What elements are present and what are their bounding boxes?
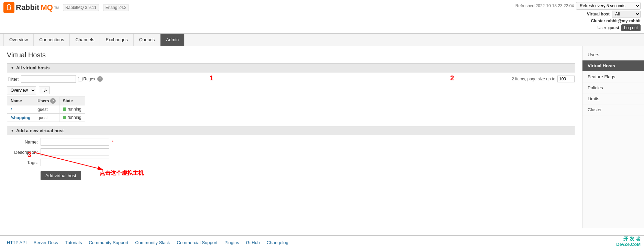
footer-http-api[interactable]: HTTP API [7,240,27,245]
filter-left: Filter: Regex ? [8,75,103,83]
filter-label: Filter: [8,77,19,82]
sidebar-item-feature-flags[interactable]: Feature Flags [582,71,644,82]
vhost-name-slash[interactable]: / [7,105,34,114]
footer-community-support[interactable]: Community Support [89,240,128,245]
add-vhost-section-header[interactable]: ▼ Add a new virtual host [7,126,575,135]
filter-input[interactable] [21,75,76,83]
logo-tm: TM [54,6,59,9]
footer-commercial-support[interactable]: Commercial Support [177,240,218,245]
footer-community-slack[interactable]: Community Slack [135,240,170,245]
content-area: Virtual Hosts ▼ All virtual hosts Filter… [0,46,582,228]
nav-bar: Overview Connections Channels Exchanges … [0,34,644,46]
filter-right: 2 items, page size up to 100 [512,76,575,82]
table-controls: Overview +/- [7,86,575,94]
vhost-table-body: / guest running /shopping guest [7,105,85,122]
state-dot-icon [63,116,66,119]
filter-row: Filter: Regex ? 2 items, page size up to… [7,75,575,83]
vhost-users-slash: guest [34,105,59,114]
sidebar-item-virtual-hosts[interactable]: Virtual Hosts [582,60,644,71]
regex-checkbox[interactable] [78,77,82,81]
erlang-version: Erlang 24.2 [103,4,129,11]
collapse-arrow-icon: ▼ [11,66,14,70]
table-row: / guest running [7,105,85,114]
refresh-row: Refreshed 2022-10-18 23:22:04 Refresh ev… [515,2,641,10]
vhost-name-shopping[interactable]: /shopping [7,114,34,122]
nav-queues[interactable]: Queues [134,34,161,46]
vhost-state-slash: running [59,105,85,114]
footer-tutorials[interactable]: Tutorials [65,240,82,245]
logo-area: RabbitMQTM RabbitMQ 3.9.11 Erlang 24.2 [3,2,129,13]
page-size-input[interactable]: 100 [557,76,575,82]
name-form-label: Name: [7,139,38,145]
name-form-row: Name: * [7,138,575,146]
footer-plugins[interactable]: Plugins [224,240,239,245]
footer-server-docs[interactable]: Server Docs [34,240,58,245]
tags-form-row: Tags: [7,159,575,166]
nav-connections[interactable]: Connections [34,34,70,46]
top-bar: RabbitMQTM RabbitMQ 3.9.11 Erlang 24.2 R… [0,0,644,34]
col-name: Name [7,97,34,105]
logo-icon [3,2,14,13]
state-dot-icon [63,107,66,111]
nav-admin[interactable]: Admin [160,34,185,46]
sidebar-item-policies[interactable]: Policies [582,82,644,93]
logo: RabbitMQTM [3,2,59,13]
sidebar-item-users[interactable]: Users [582,49,644,60]
col-state: State [59,97,85,105]
sidebar-item-cluster[interactable]: Cluster [582,104,644,115]
vhost-table: Name Users ? State / [7,96,85,122]
vhost-state-shopping: running [59,114,85,122]
logout-button[interactable]: Log out [621,24,641,31]
desc-form-label: Description: [7,150,38,155]
add-vhost-button[interactable]: Add virtual host [41,171,81,180]
footer: HTTP API Server Docs Tutorials Community… [0,235,644,249]
nav-exchanges[interactable]: Exchanges [100,34,133,46]
sidebar-item-limits[interactable]: Limits [582,93,644,104]
new-vhost-name-input[interactable] [41,138,109,146]
nav-channels[interactable]: Channels [70,34,100,46]
top-right: Refreshed 2022-10-18 23:22:04 Refresh ev… [515,2,641,31]
add-collapse-arrow-icon: ▼ [11,129,14,133]
all-vhosts-section-title: All virtual hosts [16,65,50,70]
table-row: /shopping guest running [7,114,85,122]
watermark: 开 发 者 DevZe.CoM [616,236,641,248]
vhost-users-shopping: guest [34,114,59,122]
plus-minus-button[interactable]: +/- [39,87,50,94]
cluster-row: Cluster rabbit@my-rabbit [591,19,641,23]
logo-rabbit: Rabbit [16,3,39,12]
regex-help-icon[interactable]: ? [97,76,103,82]
page-title: Virtual Hosts [7,51,575,59]
footer-github[interactable]: GitHub [246,240,260,245]
user-row: User guest Log out [598,24,641,31]
footer-changelog[interactable]: Changelog [267,240,288,245]
virtual-host-select[interactable]: All / /shopping [612,11,641,18]
add-vhost-section: ▼ Add a new virtual host Name: * Descrip… [7,126,575,180]
columns-select[interactable]: Overview [7,86,36,94]
virtual-host-row: Virtual host All / /shopping [587,11,641,18]
users-help-icon[interactable]: ? [50,98,56,104]
desc-form-row: Description: [7,148,575,156]
nav-overview[interactable]: Overview [3,34,34,46]
logo-mq: MQ [41,3,53,12]
col-users: Users ? [34,97,59,105]
regex-label[interactable]: Regex [78,77,96,81]
required-star: * [112,140,113,144]
tags-form-label: Tags: [7,160,38,165]
add-vhost-section-title: Add a new virtual host [16,128,64,133]
sidebar: Users Virtual Hosts Feature Flags Polici… [582,46,644,228]
rabbit-icon [5,3,13,12]
all-vhosts-section-header[interactable]: ▼ All virtual hosts [7,63,575,72]
new-vhost-tags-input[interactable] [41,159,109,166]
refresh-timestamp: Refreshed 2022-10-18 23:22:04 [515,3,574,8]
main-layout: Virtual Hosts ▼ All virtual hosts Filter… [0,46,644,228]
new-vhost-desc-input[interactable] [41,148,109,156]
rabbitmq-version: RabbitMQ 3.9.11 [63,4,99,11]
refresh-select[interactable]: Refresh every 5 seconds Refresh every 10… [576,2,641,10]
